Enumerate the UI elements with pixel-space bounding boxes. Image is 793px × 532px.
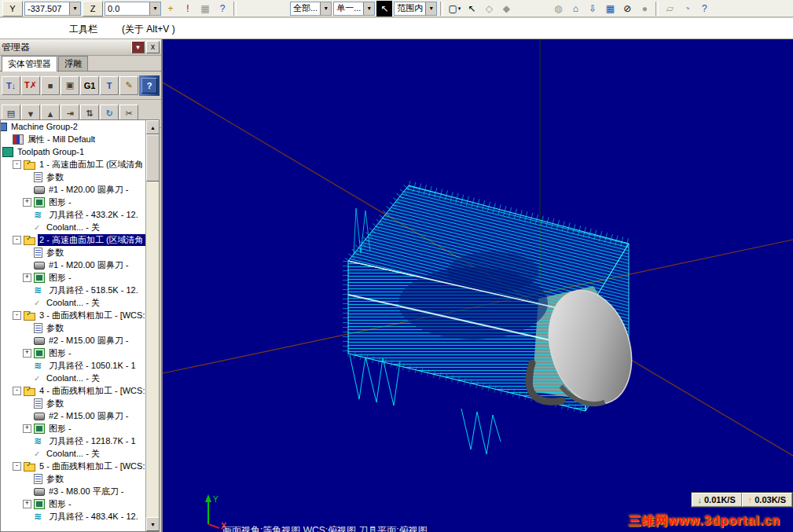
y-axis-button[interactable]: Y [2,1,23,17]
tab-solids-manager[interactable]: 实体管理器 [2,56,57,72]
expand-toggle-icon[interactable]: - [13,236,21,244]
tree-item[interactable]: -5 - 曲面残料粗加工 - [WCS: [1,460,146,472]
scroll-down-icon[interactable]: ▼ [146,517,160,531]
tree-item[interactable]: +图形 - [1,497,146,510]
zoom-target-icon[interactable]: ⇩ [585,1,600,17]
tree-item-label: #2 - M15.00 圆鼻刀 - [47,335,130,347]
operations-manager-panel: 管理器 ▼ x 实体管理器 浮雕 T↓T✗■▣G1T✎ ? ▤▼▲⇥⇅↻✂ Ma… [0,39,163,532]
graphics-viewport[interactable]: Y X 画面视角:等角视图 WCS:俯视图 刀具平面:俯视图 ↓0.01K/S↑… [163,39,793,532]
solid-select-icon[interactable]: ◆ [498,1,514,17]
scroll-up-icon[interactable]: ▲ [146,120,160,134]
tree-item[interactable]: ≋刀具路径 - 483.4K - 12. [1,510,146,523]
tree-item[interactable]: ≋刀具路径 - 1050.1K - 1 [1,359,146,372]
blank-entity-icon[interactable]: ● [637,1,652,17]
tree-item[interactable]: #1 - M20.00 圆鼻刀 - [1,183,146,196]
tree-item[interactable]: ≋刀具路径 - 433.2K - 12. [1,208,146,221]
tree-item[interactable]: +图形 - [1,347,146,359]
tree-item[interactable]: 参数 [1,321,146,334]
panel-title: 管理器 [2,41,30,54]
expand-toggle-icon[interactable]: + [23,273,31,282]
tree-item-label: #1 - M20.00 圆鼻刀 - [47,184,130,196]
tree-item[interactable]: ≋刀具路径 - 1218.7K - 1 [1,435,146,447]
z-axis-button[interactable]: Z [83,1,103,17]
pointer-select-icon[interactable]: ↖ [464,1,479,17]
tree-item[interactable]: 参数 [1,397,146,409]
regenerate-selected-icon[interactable]: ▣ [61,76,79,95]
window-select-icon[interactable]: ▢▾ [446,1,462,17]
tool-icon [34,186,45,194]
manager-help-icon[interactable]: ? [141,78,157,94]
expand-toggle-icon[interactable]: + [23,424,31,433]
tree-item[interactable]: +图形 - [1,271,146,284]
expand-toggle-icon[interactable]: + [23,198,31,207]
regenerate-all-icon[interactable]: ■ [41,76,60,95]
hide-entities-icon[interactable]: ⊘ [619,1,635,17]
panel-title-bar[interactable]: 管理器 ▼ x [0,39,161,56]
tree-item[interactable]: -1 - 高速曲面加工 (区域清角 [1,158,146,171]
tree-item[interactable]: #3 - M8.00 平底刀 - [1,485,146,497]
expand-toggle-icon[interactable]: - [13,311,21,320]
rotate-view-icon[interactable]: ◔ [679,1,695,17]
deselect-operations-icon[interactable]: T✗ [21,76,40,95]
expand-toggle-icon[interactable]: - [13,160,21,169]
tree-scrollbar[interactable]: ▲ ▼ [145,120,159,531]
panel-dropdown-icon[interactable]: ▼ [131,41,145,53]
tree-item[interactable]: 参数 [1,171,146,183]
tree-item[interactable]: 属性 - Mill Default [1,133,146,145]
tree-item-label: 参数 [45,322,65,334]
tree-item[interactable]: -4 - 曲面残料粗加工 - [WCS: [1,384,146,397]
select-single-combo[interactable]: 单一...▾ [333,2,375,16]
tree-item-label: Coolant... - 关 [45,448,101,460]
help-icon[interactable]: ? [215,1,230,17]
expand-toggle-icon[interactable]: - [13,462,21,471]
toolbar-tooltip-title: 工具栏 [69,23,97,36]
path-icon: ≋ [34,437,45,446]
expand-toggle-icon[interactable]: - [13,387,21,395]
tab-relief[interactable]: 浮雕 [58,56,88,71]
tree-item[interactable]: ✓Coolant... - 关 [1,447,146,460]
tree-item[interactable]: #2 - M15.00 圆鼻刀 - [1,409,146,422]
toolbar-dock-row: 工具栏 (关于 Alt+V ) [0,18,793,39]
panel-close-icon[interactable]: x [146,41,160,53]
gview-grid-icon[interactable]: ▦ [602,1,618,17]
edit-operation-icon[interactable]: ✎ [119,76,138,95]
select-range-combo[interactable]: 范围内▾ [394,2,437,16]
tree-item[interactable]: +图形 - [1,422,146,435]
gview-home-icon[interactable]: ⌂ [567,1,583,17]
grid-icon[interactable]: ▦ [197,1,213,17]
select-all-combo[interactable]: 全部...▾ [290,2,332,16]
tree-item[interactable]: +图形 - [1,196,146,208]
tool-icon [34,262,45,270]
expand-toggle-icon[interactable]: + [23,349,31,358]
expand-toggle-icon[interactable]: + [23,500,31,508]
planes-icon[interactable]: ▱ [662,1,677,17]
tree-item[interactable]: -3 - 曲面残料粗加工 - [WCS: [1,309,146,321]
toolpath-config-icon[interactable]: T [100,76,119,95]
tree-item[interactable]: ✓Coolant... - 关 [1,296,146,309]
z-coordinate-field[interactable]: 0.0▾ [105,2,161,16]
tree-item[interactable]: -2 - 高速曲面加工 (区域清角 [1,233,146,246]
scrollbar-thumb[interactable] [146,134,160,182]
shading-icon[interactable]: ◍ [550,1,566,17]
post-selected-icon[interactable]: G1 [80,76,99,95]
tree-item[interactable]: #2 - M15.00 圆鼻刀 - [1,334,146,347]
tree-item[interactable]: ≋刀具路径 - 518.5K - 12. [1,284,146,296]
select-all-operations-icon[interactable]: T↓ [2,76,20,95]
tree-item[interactable]: Toolpath Group-1 [1,145,146,158]
polygon-select-icon[interactable]: ◇ [481,1,497,17]
up-speed-indicator-value: 0.03K/S [754,495,786,504]
tree-item[interactable]: 参数 [1,246,146,259]
tree-item-label: Coolant... - 关 [45,222,101,233]
tree-item[interactable]: #1 - M20.00 圆鼻刀 - [1,259,146,271]
tree-item[interactable]: ✓Coolant... - 关 [1,221,146,233]
help-2-icon[interactable]: ? [696,1,712,17]
geometry-icon [34,273,45,283]
selection-cursor-icon[interactable]: ↖ [376,1,392,17]
tree-item[interactable]: Machine Group-2 [1,120,146,133]
tree-item-label: Toolpath Group-1 [16,147,86,156]
y-coordinate-field[interactable]: -337.507▾ [24,2,81,16]
tree-item[interactable]: 参数 [1,472,146,485]
tree-item[interactable]: ✓Coolant... - 关 [1,372,146,384]
fast-point-icon[interactable]: + [163,1,178,17]
construction-mode-icon[interactable]: ! [180,1,196,17]
